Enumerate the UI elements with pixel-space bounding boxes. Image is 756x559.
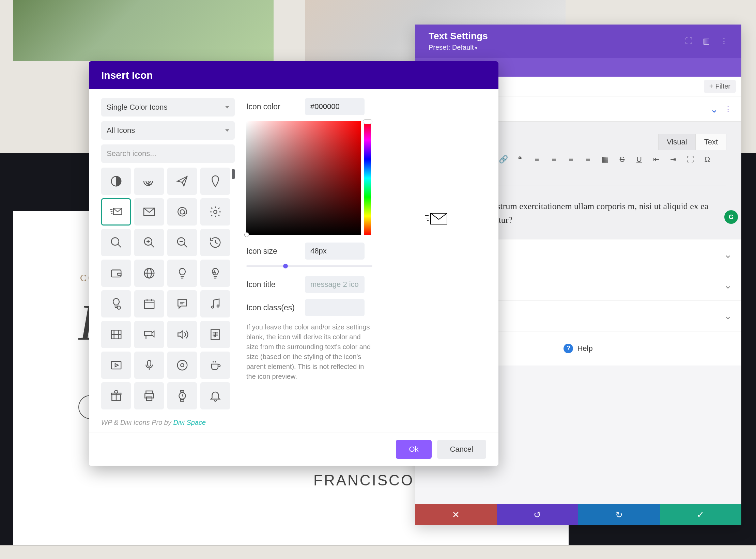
message-lines-icon[interactable]: [101, 198, 131, 226]
search-icon[interactable]: [101, 229, 131, 256]
settings-help-text: If you leave the color and/or size setti…: [246, 322, 372, 382]
table-icon[interactable]: ▦: [601, 155, 609, 164]
svg-line-16: [184, 244, 187, 248]
icon-search-field[interactable]: [101, 144, 235, 163]
icon-search-input[interactable]: [107, 149, 229, 158]
fullscreen-icon[interactable]: ⛶: [686, 155, 694, 164]
icon-size-field: Icon size: [246, 243, 372, 260]
wallet-icon[interactable]: [101, 260, 131, 287]
ok-button[interactable]: Ok: [396, 440, 431, 459]
icon-title-label: Icon title: [246, 280, 301, 289]
svg-rect-49: [146, 391, 152, 394]
disc-icon[interactable]: [167, 352, 197, 379]
icon-grid-scrollbar[interactable]: [232, 169, 235, 179]
align-right-icon[interactable]: ≡: [567, 155, 575, 164]
color-saturation-panel[interactable]: [246, 121, 361, 235]
indent-icon[interactable]: ⇥: [669, 155, 677, 164]
omega-icon[interactable]: Ω: [703, 155, 711, 164]
outdent-icon[interactable]: ⇤: [652, 155, 660, 164]
color-hue-handle[interactable]: [363, 119, 372, 124]
link-icon[interactable]: 🔗: [499, 155, 507, 164]
icon-grid-scroll[interactable]: [101, 168, 235, 413]
icon-grid: [101, 168, 235, 409]
history-icon[interactable]: [200, 229, 230, 256]
at-sign-icon[interactable]: [167, 198, 197, 226]
icon-size-slider[interactable]: [246, 264, 372, 268]
icon-class-label: Icon class(es): [246, 303, 301, 312]
expand-icon[interactable]: ⛶: [685, 37, 693, 46]
watch-icon[interactable]: [167, 382, 197, 409]
icon-category-select[interactable]: All Icons: [101, 121, 235, 140]
strikethrough-icon[interactable]: S: [618, 155, 626, 164]
help-label: Help: [577, 344, 592, 353]
filter-button[interactable]: Filter: [704, 80, 736, 93]
grammarly-badge-icon[interactable]: G: [724, 210, 738, 224]
envelope-icon[interactable]: [134, 198, 164, 226]
editor-tab-visual[interactable]: Visual: [658, 134, 696, 150]
music-note-icon[interactable]: [200, 290, 230, 317]
icon-color-input[interactable]: [305, 98, 365, 115]
icon-size-input[interactable]: [305, 243, 365, 260]
align-center-icon[interactable]: ≡: [550, 155, 558, 164]
editor-tab-text[interactable]: Text: [696, 134, 726, 150]
justify-icon[interactable]: ≡: [584, 155, 592, 164]
row-menu-icon[interactable]: ⋮: [724, 105, 732, 113]
icon-class-input[interactable]: [305, 299, 365, 316]
svg-point-22: [117, 306, 121, 309]
slider-track: [246, 265, 372, 267]
slider-thumb[interactable]: [283, 264, 288, 268]
undo-button[interactable]: ↺: [497, 504, 578, 525]
panel-footer-actions: ✕ ↺ ↻ ✓: [415, 504, 741, 525]
play-box-icon[interactable]: [101, 352, 131, 379]
text-settings-title: Text Settings: [429, 31, 488, 42]
spiral-icon[interactable]: [134, 168, 164, 195]
zoom-out-icon[interactable]: [167, 229, 197, 256]
chat-icon[interactable]: [167, 290, 197, 317]
panel-menu-icon[interactable]: ⋮: [720, 37, 728, 46]
modal-title: Insert Icon: [89, 61, 498, 89]
gear-icon[interactable]: [200, 198, 230, 226]
cctv-icon[interactable]: [134, 321, 164, 348]
quote-icon[interactable]: ❝: [516, 155, 524, 164]
speaker-icon[interactable]: [167, 321, 197, 348]
discard-button[interactable]: ✕: [415, 504, 497, 525]
paper-plane-icon[interactable]: [167, 168, 197, 195]
globe-icon[interactable]: [134, 260, 164, 287]
calendar-icon[interactable]: [134, 290, 164, 317]
microphone-icon[interactable]: [134, 352, 164, 379]
lightbulb-icon[interactable]: [167, 260, 197, 287]
lightbulb-flash-icon[interactable]: [200, 260, 230, 287]
zoom-in-icon[interactable]: [134, 229, 164, 256]
bell-icon[interactable]: [200, 382, 230, 409]
panel-layout-icon[interactable]: ▥: [703, 37, 710, 46]
icon-controls: Icon color Icon size Icon title: [246, 98, 372, 429]
underline-icon[interactable]: U: [635, 155, 643, 164]
leaf-contrast-icon[interactable]: [101, 168, 131, 195]
sheet-music-icon[interactable]: [200, 321, 230, 348]
svg-rect-53: [181, 390, 184, 392]
help-icon: ?: [564, 344, 573, 353]
svg-point-30: [217, 305, 219, 307]
modal-body: Single Color Icons All Icons WP & Divi I…: [89, 89, 498, 433]
svg-line-10: [118, 244, 121, 248]
printer-icon[interactable]: [134, 382, 164, 409]
coffee-icon[interactable]: [200, 352, 230, 379]
credit-link[interactable]: Divi Space: [173, 419, 206, 426]
color-hue-strip[interactable]: [364, 121, 371, 235]
film-icon[interactable]: [101, 321, 131, 348]
svg-point-8: [214, 210, 217, 214]
preset-dropdown[interactable]: Preset: Default: [429, 44, 488, 51]
background-image-1: [13, 0, 274, 61]
icon-title-input[interactable]: [305, 276, 365, 293]
icon-type-select[interactable]: Single Color Icons: [101, 98, 235, 117]
gift-icon[interactable]: [101, 382, 131, 409]
color-sv-handle[interactable]: [244, 232, 249, 237]
svg-rect-23: [144, 300, 154, 309]
cancel-button[interactable]: Cancel: [437, 440, 486, 459]
confirm-button[interactable]: ✓: [660, 504, 742, 525]
pin-icon[interactable]: [200, 168, 230, 195]
redo-button[interactable]: ↻: [578, 504, 660, 525]
svg-rect-51: [146, 397, 152, 401]
lightbulb-gear-icon[interactable]: [101, 290, 131, 317]
align-left-icon[interactable]: ≡: [533, 155, 541, 164]
